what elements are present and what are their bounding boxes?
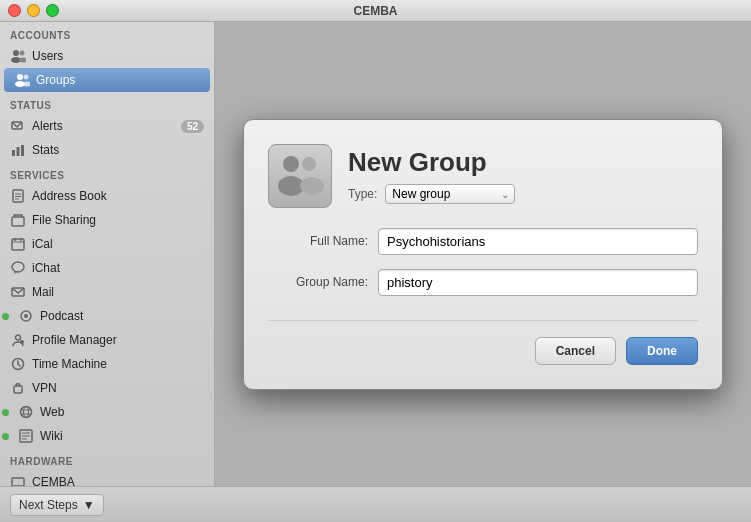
accounts-section-header: ACCOUNTS <box>0 22 214 44</box>
group-avatar <box>268 144 332 208</box>
sidebar-item-profile-manager[interactable]: Profile Manager <box>0 328 214 352</box>
web-icon <box>18 404 34 420</box>
groups-icon <box>14 72 30 88</box>
svg-rect-17 <box>12 239 24 250</box>
bottom-bar: Next Steps ▼ <box>0 486 751 522</box>
sidebar-item-podcast[interactable]: Podcast <box>0 304 214 328</box>
cemba-icon <box>10 474 26 486</box>
content-area: New Group Type: New groupExisting group … <box>215 22 751 486</box>
svg-point-4 <box>17 74 23 80</box>
hardware-section-header: HARDWARE <box>0 448 214 470</box>
sidebar-item-users-label: Users <box>32 49 63 63</box>
sidebar-item-stats-label: Stats <box>32 143 59 157</box>
sidebar-item-wiki-label: Wiki <box>40 429 63 443</box>
dialog-footer: Cancel Done <box>268 320 698 365</box>
svg-rect-10 <box>17 147 20 156</box>
sidebar-item-groups-label: Groups <box>36 73 75 87</box>
svg-point-6 <box>24 75 29 80</box>
users-icon <box>10 48 26 64</box>
vpn-icon <box>10 380 26 396</box>
group-name-input[interactable] <box>378 269 698 296</box>
svg-rect-29 <box>14 386 22 393</box>
sidebar-item-alerts[interactable]: Alerts 52 <box>0 114 214 138</box>
next-steps-button[interactable]: Next Steps ▼ <box>10 494 104 516</box>
wiki-icon <box>18 428 34 444</box>
window-title: CEMBA <box>354 4 398 18</box>
group-name-label: Group Name: <box>268 275 378 289</box>
cancel-button[interactable]: Cancel <box>535 337 616 365</box>
maximize-button[interactable] <box>46 4 59 17</box>
type-label: Type: <box>348 187 377 201</box>
ichat-icon <box>10 260 26 276</box>
sidebar: ACCOUNTS Users Grou <box>0 22 215 486</box>
svg-point-26 <box>16 335 21 340</box>
address-book-icon <box>10 188 26 204</box>
sidebar-item-address-book-label: Address Book <box>32 189 107 203</box>
done-button[interactable]: Done <box>626 337 698 365</box>
sidebar-item-groups[interactable]: Groups <box>4 68 210 92</box>
svg-rect-11 <box>21 145 24 156</box>
podcast-active-dot <box>2 313 9 320</box>
sidebar-item-file-sharing[interactable]: File Sharing <box>0 208 214 232</box>
close-button[interactable] <box>8 4 21 17</box>
podcast-icon <box>18 308 34 324</box>
group-name-row: Group Name: <box>268 269 698 296</box>
title-bar: CEMBA <box>0 0 751 22</box>
ical-icon <box>10 236 26 252</box>
time-machine-icon <box>10 356 26 372</box>
sidebar-item-profile-manager-label: Profile Manager <box>32 333 117 347</box>
app-body: ACCOUNTS Users Grou <box>0 22 751 486</box>
full-name-input[interactable] <box>378 228 698 255</box>
sidebar-item-cemba-label: CEMBA <box>32 475 75 486</box>
sidebar-item-ical-label: iCal <box>32 237 53 251</box>
next-steps-label: Next Steps <box>19 498 78 512</box>
type-select[interactable]: New groupExisting group <box>385 184 515 204</box>
file-sharing-icon <box>10 212 26 228</box>
svg-point-43 <box>302 157 316 171</box>
web-active-dot <box>2 409 9 416</box>
minimize-button[interactable] <box>27 4 40 17</box>
sidebar-item-ichat-label: iChat <box>32 261 60 275</box>
sidebar-item-ical[interactable]: iCal <box>0 232 214 256</box>
sidebar-item-vpn-label: VPN <box>32 381 57 395</box>
svg-point-27 <box>20 340 24 344</box>
full-name-label: Full Name: <box>268 234 378 248</box>
sidebar-item-time-machine[interactable]: Time Machine <box>0 352 214 376</box>
type-select-wrapper[interactable]: New groupExisting group <box>385 184 515 204</box>
svg-point-41 <box>283 156 299 172</box>
sidebar-item-address-book[interactable]: Address Book <box>0 184 214 208</box>
sidebar-item-users[interactable]: Users <box>0 44 214 68</box>
sidebar-item-vpn[interactable]: VPN <box>0 376 214 400</box>
type-row: Type: New groupExisting group <box>348 184 515 204</box>
svg-point-30 <box>21 407 32 418</box>
sidebar-item-alerts-label: Alerts <box>32 119 63 133</box>
dialog-title: New Group <box>348 147 515 178</box>
svg-point-44 <box>300 177 324 195</box>
sidebar-item-stats[interactable]: Stats <box>0 138 214 162</box>
svg-point-31 <box>24 407 29 418</box>
sidebar-item-file-sharing-label: File Sharing <box>32 213 96 227</box>
sidebar-item-wiki[interactable]: Wiki <box>0 424 214 448</box>
next-steps-chevron-icon: ▼ <box>83 498 95 512</box>
dialog-header: New Group Type: New groupExisting group <box>268 144 698 208</box>
services-section-header: SERVICES <box>0 162 214 184</box>
sidebar-item-podcast-label: Podcast <box>40 309 83 323</box>
window-controls[interactable] <box>8 4 59 17</box>
new-group-dialog: New Group Type: New groupExisting group … <box>243 119 723 390</box>
svg-point-21 <box>12 262 24 272</box>
sidebar-item-mail[interactable]: Mail <box>0 280 214 304</box>
profile-manager-icon <box>10 332 26 348</box>
alerts-icon <box>10 118 26 134</box>
status-section-header: STATUS <box>0 92 214 114</box>
svg-rect-38 <box>12 478 24 486</box>
svg-point-2 <box>20 51 25 56</box>
dialog-title-section: New Group Type: New groupExisting group <box>348 147 515 204</box>
mail-icon <box>10 284 26 300</box>
sidebar-item-web[interactable]: Web <box>0 400 214 424</box>
svg-rect-9 <box>12 150 15 156</box>
sidebar-item-ichat[interactable]: iChat <box>0 256 214 280</box>
sidebar-item-mail-label: Mail <box>32 285 54 299</box>
alerts-badge: 52 <box>181 120 204 133</box>
sidebar-item-cemba[interactable]: CEMBA <box>0 470 214 486</box>
full-name-row: Full Name: <box>268 228 698 255</box>
